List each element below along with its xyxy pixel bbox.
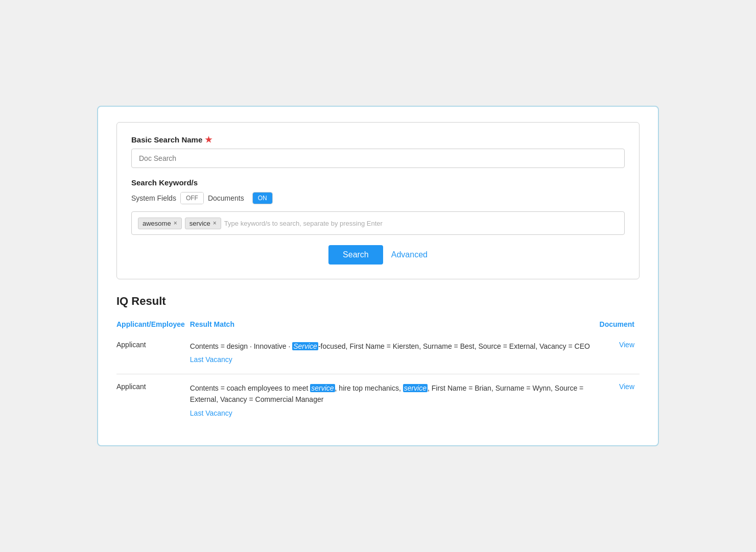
last-vacancy-link[interactable]: Last Vacancy <box>190 407 595 419</box>
col-applicant-employee: Applicant/Employee <box>116 316 190 332</box>
col-result-match: Result Match <box>190 316 600 332</box>
label-text: Basic Search Name <box>131 135 202 144</box>
result-type-cell: Applicant <box>116 374 190 427</box>
search-panel: Basic Search Name ★ Search Keyword/s Sys… <box>116 122 640 279</box>
keyword-remove-awesome[interactable]: × <box>174 220 177 227</box>
search-button[interactable]: Search <box>328 245 383 265</box>
view-link[interactable]: View <box>619 341 634 349</box>
basic-search-name-label: Basic Search Name ★ <box>131 135 625 145</box>
system-fields-toggle[interactable]: OFF <box>180 192 204 204</box>
system-fields-label: System Fields <box>131 194 176 202</box>
result-type-cell: Applicant <box>116 332 190 374</box>
documents-toggle[interactable]: ON <box>252 192 273 204</box>
keyword-remove-service[interactable]: × <box>213 220 217 227</box>
last-vacancy-link[interactable]: Last Vacancy <box>190 354 595 365</box>
result-match-cell: Contents = design · Innovative · Service… <box>190 332 600 374</box>
result-match-text: Contents = coach employees to meet servi… <box>190 382 595 419</box>
search-keywords-label: Search Keyword/s <box>131 178 625 187</box>
view-link[interactable]: View <box>619 382 634 391</box>
table-header-row: Applicant/Employee Result Match Document <box>116 316 640 332</box>
keyword-tag-awesome: awesome × <box>138 218 182 229</box>
keyword-tag-service: service × <box>185 218 221 229</box>
required-star: ★ <box>205 135 212 145</box>
table-row: ApplicantContents = coach employees to m… <box>116 374 640 427</box>
results-section: IQ Result Applicant/Employee Result Matc… <box>116 295 640 427</box>
highlight-span: Service <box>292 342 318 350</box>
keywords-input-area[interactable]: awesome × service × Type keyword/s to se… <box>131 211 625 235</box>
toggles-row: System Fields OFF Documents ON <box>131 192 625 204</box>
table-row: ApplicantContents = design · Innovative … <box>116 332 640 374</box>
result-view-cell: View <box>600 332 640 374</box>
keyword-tag-text: awesome <box>143 220 171 227</box>
results-title: IQ Result <box>116 295 640 308</box>
advanced-button[interactable]: Advanced <box>391 250 428 259</box>
toggle-on-label: ON <box>253 193 272 204</box>
main-container: Basic Search Name ★ Search Keyword/s Sys… <box>97 106 659 446</box>
search-name-input[interactable] <box>131 149 625 168</box>
keyword-tag-text: service <box>190 220 210 227</box>
results-table: Applicant/Employee Result Match Document… <box>116 316 640 427</box>
keywords-placeholder: Type keyword/s to search, separate by pr… <box>224 220 618 227</box>
result-view-cell: View <box>600 374 640 427</box>
result-match-text: Contents = design · Innovative · Service… <box>190 341 595 366</box>
highlight-span: service <box>310 384 335 392</box>
documents-label: Documents <box>208 194 244 202</box>
highlight-span: service <box>403 384 428 392</box>
col-document: Document <box>600 316 640 332</box>
toggle-off-label: OFF <box>181 193 203 204</box>
buttons-row: Search Advanced <box>131 245 625 265</box>
result-match-cell: Contents = coach employees to meet servi… <box>190 374 600 427</box>
